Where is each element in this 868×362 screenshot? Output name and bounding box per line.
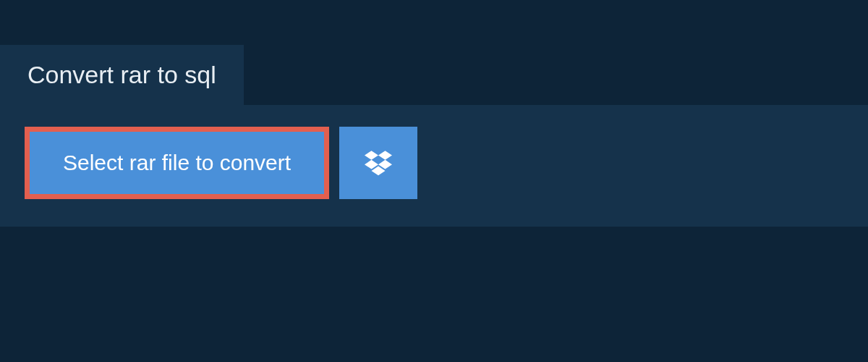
button-row: Select rar file to convert	[25, 127, 843, 199]
tab-label: Convert rar to sql	[27, 61, 216, 88]
tab-header: Convert rar to sql	[0, 45, 244, 105]
dropbox-icon	[365, 148, 392, 178]
select-file-button[interactable]: Select rar file to convert	[25, 127, 329, 199]
dropbox-button[interactable]	[339, 127, 417, 199]
conversion-panel: Select rar file to convert	[0, 105, 868, 227]
select-file-label: Select rar file to convert	[63, 151, 291, 175]
